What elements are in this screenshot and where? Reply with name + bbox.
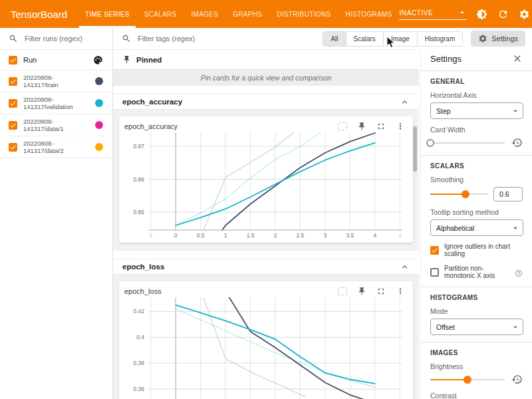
svg-text:0.36: 0.36 [133, 386, 144, 392]
tensorboard-app: TensorBoard TIME SERIESSCALARSIMAGESGRAP… [0, 0, 532, 399]
more-menu-icon[interactable] [396, 122, 405, 131]
nav-tabs: TIME SERIESSCALARSIMAGESGRAPHSDISTRIBUTI… [78, 0, 399, 28]
smoothing-slider[interactable] [430, 190, 489, 199]
refresh-icon[interactable] [496, 7, 509, 21]
smoothing-value-input[interactable] [493, 187, 523, 201]
filter-runs-row [0, 28, 112, 50]
reset-icon[interactable] [511, 374, 523, 385]
close-icon[interactable] [512, 53, 523, 64]
run-list-item[interactable]: 20220808-141317/train [0, 70, 112, 92]
svg-text:3.5: 3.5 [346, 232, 354, 239]
tooltip-sorting-select[interactable]: Alphabetical [430, 219, 523, 236]
horizontal-axis-label: Horizontal Axis [430, 91, 523, 99]
tag-filter-image[interactable]: Image [383, 32, 417, 46]
help-icon[interactable] [515, 268, 523, 276]
card-header: epoch_loss [124, 287, 410, 296]
fit-domain-icon[interactable] [338, 287, 347, 295]
fit-domain-icon[interactable] [338, 122, 347, 130]
epoch-accuracy-card: epoch_accuracy 0.850.860.8700.511.522.53… [119, 116, 413, 243]
runs-header-row: Run [0, 50, 112, 70]
epoch-loss-chart[interactable]: 0.360.380.40.42 [124, 297, 404, 399]
run-list-item[interactable]: 20220808-141317/validation [0, 92, 112, 114]
settings-button[interactable]: Settings [471, 31, 525, 47]
card-width-slider[interactable] [430, 138, 505, 148]
dropdown-caret-icon [511, 323, 520, 332]
section-epoch-accuracy[interactable]: epoch_accuracy [113, 94, 419, 110]
smoothing-label: Smoothing [430, 176, 523, 184]
tab-distributions[interactable]: DISTRIBUTIONS [269, 0, 338, 28]
tooltip-sorting-value: Alphabetical [436, 224, 474, 232]
dropdown-caret-icon [458, 8, 467, 17]
card-width-label: Card Width [430, 126, 523, 134]
settings-gear-icon[interactable] [517, 7, 531, 21]
more-menu-icon[interactable] [396, 287, 405, 296]
brightness-toggle-icon[interactable] [475, 7, 488, 21]
run-checkbox[interactable] [9, 143, 17, 152]
brightness-slider[interactable] [430, 375, 505, 384]
chevron-up-icon[interactable] [400, 97, 410, 107]
main-toolbar: AllScalarsImageHistogram Settings [113, 28, 532, 49]
pinned-empty-state: Pin cards for a quick view and compariso… [113, 70, 419, 86]
horizontal-axis-select[interactable]: Step [430, 102, 523, 119]
epoch-accuracy-chart[interactable]: 0.850.860.8700.511.522.533.5454 [124, 132, 404, 240]
slider-thumb[interactable] [426, 139, 434, 147]
section-epoch-loss[interactable]: epoch_loss [113, 259, 419, 275]
partition-x-axis-checkbox[interactable] [430, 268, 439, 277]
svg-text:0.38: 0.38 [133, 360, 144, 366]
run-checkbox[interactable] [9, 121, 17, 130]
tab-histograms[interactable]: HISTOGRAMS [338, 0, 399, 28]
reset-icon[interactable] [511, 137, 523, 148]
fullscreen-icon[interactable] [376, 122, 386, 131]
scalars-heading: SCALARS [430, 162, 523, 170]
run-list-item[interactable]: 20220808-141317/data/2 [0, 136, 112, 158]
settings-panel: Settings GENERAL Horizontal Axis Step Ca… [420, 47, 532, 399]
tag-filter-histogram[interactable]: Histogram [417, 32, 463, 46]
filter-runs-input[interactable] [23, 34, 106, 43]
pin-icon[interactable] [357, 122, 366, 131]
divider [421, 70, 532, 71]
smoothing-row [430, 187, 523, 201]
palette-icon[interactable] [93, 55, 103, 65]
card-width-row [430, 137, 523, 148]
slider-thumb[interactable] [464, 376, 471, 384]
histogram-mode-select[interactable]: Offset [430, 319, 523, 335]
chevron-up-icon[interactable] [400, 262, 410, 272]
vertical-scrollbar[interactable] [413, 126, 417, 172]
tag-filter-all[interactable]: All [323, 32, 345, 46]
reload-status-dropdown[interactable]: INACTIVE [399, 8, 467, 20]
run-list-item[interactable]: 20220808-141317/data/1 [0, 114, 112, 136]
run-checkbox[interactable] [9, 77, 17, 86]
pinned-section-header: Pinned [113, 50, 419, 70]
reload-status-value: INACTIVE [399, 9, 433, 17]
slider-thumb[interactable] [462, 190, 469, 198]
images-heading: IMAGES [430, 349, 523, 356]
card-title: epoch_accuracy [124, 122, 178, 130]
svg-text:1: 1 [224, 232, 227, 239]
section-body-epoch-accuracy: epoch_accuracy 0.850.860.8700.511.522.53… [113, 110, 419, 251]
run-name: 20220808-141317/data/1 [23, 118, 84, 132]
tag-filter-scalars[interactable]: Scalars [346, 32, 383, 46]
card-header: epoch_accuracy [124, 122, 410, 131]
epoch-loss-card: epoch_loss 0.360.380.40.42 [119, 281, 413, 399]
brightness-label: Brightness [430, 362, 523, 370]
search-icon [122, 34, 131, 43]
svg-text:3: 3 [324, 232, 327, 239]
fullscreen-icon[interactable] [376, 287, 386, 296]
ignore-outliers-checkbox[interactable] [430, 246, 439, 255]
gear-icon [478, 34, 487, 43]
dropdown-caret-icon [511, 106, 520, 116]
ignore-outliers-row[interactable]: Ignore outliers in chart scaling [430, 243, 523, 257]
tab-scalars[interactable]: SCALARS [137, 0, 184, 28]
tab-time-series[interactable]: TIME SERIES [78, 0, 137, 28]
pin-icon[interactable] [357, 287, 366, 296]
tab-images[interactable]: IMAGES [184, 0, 226, 28]
run-checkbox[interactable] [9, 99, 17, 108]
partition-x-axis-row[interactable]: Partition non-monotonic X axis [430, 265, 523, 279]
tag-filter-group: AllScalarsImageHistogram [323, 31, 463, 47]
tab-graphs[interactable]: GRAPHS [225, 0, 269, 28]
select-all-runs-checkbox[interactable] [9, 56, 17, 65]
run-color-swatch [95, 143, 103, 151]
svg-text:2: 2 [274, 232, 277, 239]
filter-tags-input[interactable] [136, 34, 245, 43]
svg-text:0.5: 0.5 [197, 232, 205, 239]
